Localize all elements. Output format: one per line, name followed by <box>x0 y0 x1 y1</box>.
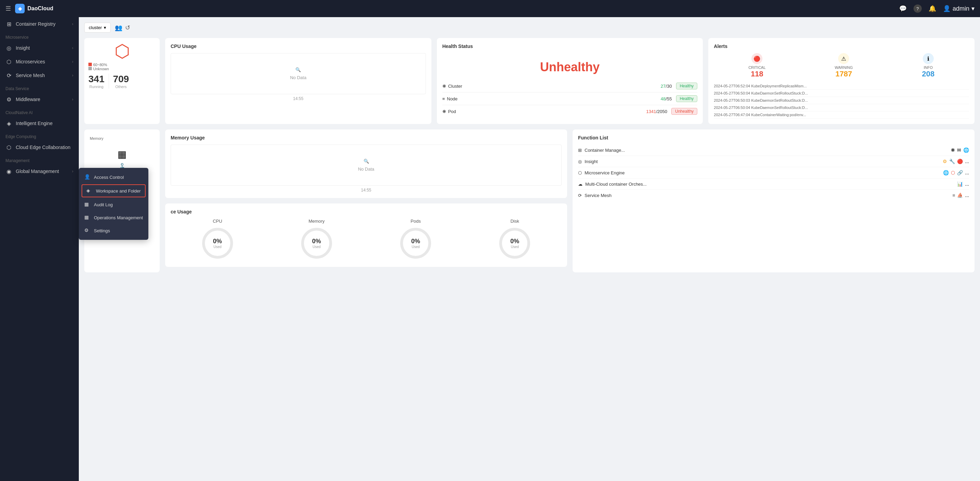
dropdown-operations-management[interactable]: ▦ Operations Management <box>79 211 148 224</box>
user-info[interactable]: 👤 admin ▾ <box>943 5 975 12</box>
critical-label: CRITICAL <box>748 65 765 70</box>
help-icon[interactable]: ? <box>913 5 922 13</box>
fn-container-label: Container Manage... <box>585 148 625 153</box>
fn-cloud-label: Multi-Cloud container Orches... <box>585 182 647 187</box>
alerts-card: Alerts 🔴 CRITICAL 118 ⚠ WARNING 1787 ℹ I… <box>708 38 975 124</box>
fn-circle-icon[interactable]: 🔴 <box>957 159 963 164</box>
dropdown-audit-log[interactable]: ▦ Audit Log <box>79 198 148 211</box>
mem-time-label: 14:55 <box>171 188 562 192</box>
sidebar-item-microservices[interactable]: ⬡ Microservices › <box>0 55 79 68</box>
sidebar-item-intelligent-engine[interactable]: ◈ Intelligent Engine <box>0 116 79 130</box>
fn-microservice-label: Microservice Engine <box>585 170 625 175</box>
intelligent-engine-icon: ◈ <box>5 120 12 127</box>
fn-microservice-icon: ⬡ <box>578 170 582 175</box>
fn-more-icon-3[interactable]: ... <box>965 181 969 187</box>
others-value: 709 <box>113 74 129 85</box>
access-control-label: Access Control <box>94 175 124 180</box>
service-mesh-icon: ⟳ <box>5 72 12 79</box>
disk-sub: Used <box>511 245 519 249</box>
resource-disk-label: Disk <box>468 219 562 224</box>
chevron-right-icon-gm: › <box>72 169 73 174</box>
logo-text: DaoCloud <box>27 5 54 12</box>
fn-icon-3[interactable]: 🌐 <box>963 147 969 153</box>
function-microservice: ⬡ Microservice Engine 🌐 ⬡ 🔗 ... <box>578 167 969 178</box>
alert-item-4: 2024-05-27T06:50:04 KubeDaemonSetRollout… <box>714 104 969 111</box>
info-alert: ℹ INFO 208 <box>922 53 934 78</box>
container-registry-icon: ⊞ <box>5 21 12 27</box>
memory-no-data: 🔍 No Data <box>171 144 562 186</box>
alerts-title: Alerts <box>714 43 969 49</box>
user-dropdown-icon: ▾ <box>971 5 975 12</box>
fn-link-icon[interactable]: 🔗 <box>957 170 963 175</box>
sidebar-item-middleware[interactable]: ⚙ Middleware › <box>0 92 79 106</box>
function-list-card: Function List ⊞ Container Manage... ❋ ✉ … <box>573 130 975 272</box>
memory-usage-card: Memory Usage 🔍 No Data 14:55 <box>165 130 567 198</box>
sidebar-item-container-registry[interactable]: ⊞ Container Registry › <box>0 17 79 31</box>
fn-chart-icon[interactable]: 📊 <box>957 181 963 187</box>
memory-pct: 0% <box>312 238 321 245</box>
fn-more-icon-4[interactable]: ... <box>965 192 969 198</box>
fn-icon-1[interactable]: ❋ <box>951 147 955 153</box>
chevron-right-icon: › <box>72 22 73 26</box>
alert-list: 2024-05-27T06:52:04 KubeDeploymentReplic… <box>714 83 969 119</box>
alerts-summary: 🔴 CRITICAL 118 ⚠ WARNING 1787 ℹ INFO 208 <box>714 53 969 78</box>
dropdown-workspace-folder[interactable]: ◈ Workspace and Folder <box>81 184 146 197</box>
running-stats: 341 Running <box>88 74 105 89</box>
sidebar-section-cloudnative: CloudNative AI <box>0 106 79 116</box>
fn-gear-icon[interactable]: ⚙ <box>943 159 947 164</box>
dropdown-settings[interactable]: ⚙ Settings <box>79 224 148 237</box>
insight-icon: ◎ <box>5 44 12 51</box>
cluster-health-icon: ❋ <box>442 84 446 89</box>
sidebar-item-global-management[interactable]: ◉ Global Management › <box>0 164 79 178</box>
bell-icon[interactable]: 🔔 <box>929 5 936 12</box>
health-row-cluster: ❋ Cluster 27/30 Healthy <box>442 80 698 92</box>
fn-tool-icon[interactable]: 🔧 <box>949 159 955 164</box>
dropdown-access-control[interactable]: 👤 Access Control <box>79 171 148 184</box>
alert-item-2: 2024-05-27T06:50:04 KubeDaemonSetRollout… <box>714 90 969 97</box>
logo: ◈ DaoCloud <box>15 4 54 13</box>
fn-boat-icon[interactable]: ⛵ <box>957 192 963 198</box>
cpu-no-data: 🔍 No Data <box>171 53 426 94</box>
stats-legend: 60~80% Unknown <box>88 63 156 71</box>
cluster-health-label: Cluster <box>448 84 462 89</box>
resource-cpu-chart: 0% Used <box>202 228 233 259</box>
fn-more-icon-2[interactable]: ... <box>965 170 969 175</box>
stats-card: ⬡ 60~80% Unknown 341 Running 709 Others <box>84 38 160 124</box>
cloud-edge-icon: ⬡ <box>5 144 12 151</box>
resource-memory-label: Memory <box>270 219 363 224</box>
sidebar-item-service-mesh[interactable]: ⟳ Service Mesh › <box>0 68 79 82</box>
cluster-select[interactable]: cluster ▾ <box>84 22 111 33</box>
running-value: 341 <box>88 74 105 85</box>
top-row: ⬡ 60~80% Unknown 341 Running 709 Others … <box>84 38 975 124</box>
users-icon[interactable]: 👥 <box>115 24 123 32</box>
resource-cpu-label: CPU <box>171 219 264 224</box>
fn-bars-icon[interactable]: ≡ <box>952 192 955 198</box>
fn-globe-icon[interactable]: 🌐 <box>943 170 949 175</box>
refresh-icon[interactable]: ↺ <box>125 24 130 32</box>
hex-decoration: ⬡ <box>115 42 130 60</box>
memory-placeholder: Memory <box>90 135 154 142</box>
resource-pods-label: Pods <box>369 219 463 224</box>
sidebar-section-management: Management <box>0 154 79 164</box>
warning-count: 1787 <box>835 70 853 78</box>
alert-item-1: 2024-05-27T06:52:04 KubeDeploymentReplic… <box>714 83 969 90</box>
cluster-label: cluster <box>89 25 102 30</box>
disk-pct: 0% <box>510 238 519 245</box>
fn-more-icon[interactable]: ... <box>965 159 969 164</box>
fn-icon-2[interactable]: ✉ <box>957 147 961 153</box>
node-health-icon: ≡ <box>442 96 445 102</box>
chevron-right-icon-micro: › <box>72 59 73 64</box>
info-icon: ℹ <box>923 53 934 64</box>
no-data-label-cpu: No Data <box>290 75 306 80</box>
pods-sub: Used <box>412 245 419 249</box>
alert-item-3: 2024-05-27T06:50:03 KubeDaemonSetRollout… <box>714 97 969 104</box>
search-icon-cpu: 🔍 <box>295 67 301 72</box>
function-insight: ◎ Insight ⚙ 🔧 🔴 ... <box>578 156 969 167</box>
sidebar-item-cloud-edge[interactable]: ⬡ Cloud Edge Collaboration <box>0 140 79 154</box>
message-icon[interactable]: 💬 <box>899 5 907 12</box>
sidebar-item-insight[interactable]: ◎ Insight › <box>0 41 79 55</box>
no-data-label-mem: No Data <box>358 167 374 171</box>
warning-icon: ⚠ <box>838 53 849 64</box>
fn-hex-icon[interactable]: ⬡ <box>951 170 955 175</box>
menu-icon[interactable]: ☰ <box>5 5 11 12</box>
